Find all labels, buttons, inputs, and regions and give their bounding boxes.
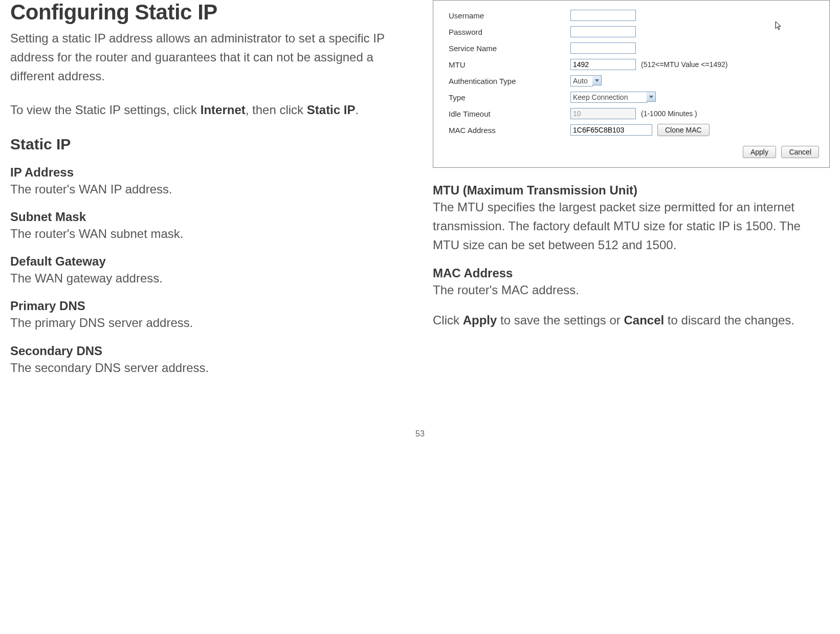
apply-bold: Apply xyxy=(463,313,497,327)
term-primary-dns: Primary DNS xyxy=(10,299,407,313)
chevron-down-icon xyxy=(592,75,602,85)
row-username: Username xyxy=(449,8,819,23)
term-mac-address: MAC Address xyxy=(433,266,830,280)
input-password[interactable] xyxy=(570,26,636,37)
row-service-name: Service Name xyxy=(449,40,819,56)
row-password: Password xyxy=(449,24,819,39)
cancel-bold: Cancel xyxy=(624,313,664,327)
settings-panel: Username Password Service Name MTU (512<… xyxy=(433,0,830,168)
label-mac-address: MAC Address xyxy=(449,126,570,135)
nav-instructions: To view the Static IP settings, click In… xyxy=(10,100,407,119)
hint-idle-timeout: (1-1000 Minutes ) xyxy=(641,110,697,118)
cancel-button[interactable]: Cancel xyxy=(781,146,819,158)
label-type: Type xyxy=(449,93,570,102)
button-row: Apply Cancel xyxy=(449,146,819,158)
desc-ip-address: The router's WAN IP address. xyxy=(10,180,407,199)
term-default-gateway: Default Gateway xyxy=(10,254,407,269)
chevron-down-icon xyxy=(647,92,656,102)
input-mac-address[interactable] xyxy=(570,124,652,136)
desc-secondary-dns: The secondary DNS server address. xyxy=(10,358,407,377)
label-auth-type: Authentication Type xyxy=(449,77,570,85)
closing-post: to discard the changes. xyxy=(664,313,794,327)
row-mtu: MTU (512<=MTU Value <=1492) xyxy=(449,57,819,72)
label-mtu: MTU xyxy=(449,60,570,69)
left-column: Configuring Static IP Setting a static I… xyxy=(10,0,407,388)
select-auth-type[interactable]: Auto xyxy=(570,75,602,86)
label-service-name: Service Name xyxy=(449,44,570,53)
closing-pre: Click xyxy=(433,313,463,327)
clone-mac-button[interactable]: Clone MAC xyxy=(657,124,710,136)
static-ip-bold: Static IP xyxy=(307,103,356,117)
label-idle-timeout: Idle Timeout xyxy=(449,110,570,118)
select-type[interactable]: Keep Connection xyxy=(570,92,656,103)
closing-mid: to save the settings or xyxy=(497,313,624,327)
section-heading: Static IP xyxy=(10,136,407,153)
nav-text-pre: To view the Static IP settings, click xyxy=(10,103,201,117)
input-username[interactable] xyxy=(570,10,636,21)
desc-mac-address: The router's MAC address. xyxy=(433,280,830,299)
desc-default-gateway: The WAN gateway address. xyxy=(10,269,407,288)
row-mac-address: MAC Address Clone MAC xyxy=(449,122,819,138)
input-mtu[interactable] xyxy=(570,59,636,70)
nav-text-post: . xyxy=(355,103,359,117)
intro-text: Setting a static IP address allows an ad… xyxy=(10,29,407,86)
apply-button[interactable]: Apply xyxy=(743,146,776,158)
label-password: Password xyxy=(449,28,570,36)
desc-primary-dns: The primary DNS server address. xyxy=(10,313,407,332)
internet-bold: Internet xyxy=(201,103,246,117)
select-type-value: Keep Connection xyxy=(570,92,647,103)
cursor-icon xyxy=(775,21,783,33)
hint-mtu: (512<=MTU Value <=1492) xyxy=(641,60,727,69)
term-ip-address: IP Address xyxy=(10,165,407,180)
row-idle-timeout: Idle Timeout (1-1000 Minutes ) xyxy=(449,106,819,121)
term-secondary-dns: Secondary DNS xyxy=(10,344,407,358)
right-column: Username Password Service Name MTU (512<… xyxy=(433,0,830,388)
desc-mtu: The MTU specifies the largest packet siz… xyxy=(433,198,830,255)
page-number: 53 xyxy=(10,429,830,439)
term-mtu: MTU (Maximum Transmission Unit) xyxy=(433,183,830,198)
page-content: Configuring Static IP Setting a static I… xyxy=(10,0,830,388)
term-subnet-mask: Subnet Mask xyxy=(10,210,407,224)
input-idle-timeout xyxy=(570,108,636,119)
desc-subnet-mask: The router's WAN subnet mask. xyxy=(10,224,407,243)
label-username: Username xyxy=(449,11,570,20)
nav-text-mid: , then click xyxy=(246,103,307,117)
page-title: Configuring Static IP xyxy=(10,0,407,25)
select-auth-type-value: Auto xyxy=(570,75,593,86)
closing-text: Click Apply to save the settings or Canc… xyxy=(433,311,830,330)
input-service-name[interactable] xyxy=(570,42,636,54)
row-auth-type: Authentication Type Auto xyxy=(449,73,819,89)
row-type: Type Keep Connection xyxy=(449,90,819,105)
